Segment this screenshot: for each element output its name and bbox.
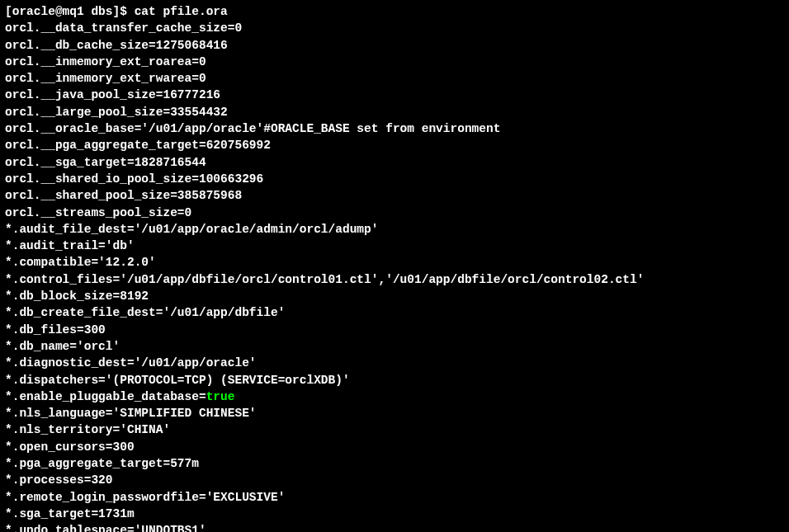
terminal-output-line[interactable]: orcl.__oracle_base='/u01/app/oracle'#ORA… [5, 120, 784, 137]
terminal-output-line[interactable]: orcl.__data_transfer_cache_size=0 [5, 20, 784, 36]
terminal-output-line[interactable]: *.processes=320 [5, 472, 784, 488]
terminal-output-block[interactable]: orcl.__data_transfer_cache_size=0orcl.__… [5, 20, 784, 388]
terminal-output-line[interactable]: *.compatible='12.2.0' [5, 254, 784, 271]
terminal-output-line[interactable]: orcl.__sga_target=1828716544 [5, 154, 784, 171]
terminal-output-line[interactable]: orcl.__pga_aggregate_target=620756992 [5, 137, 784, 153]
terminal-output-line[interactable]: *.db_create_file_dest='/u01/app/dbfile' [5, 304, 784, 321]
terminal-output-line[interactable]: *.audit_file_dest='/u01/app/oracle/admin… [5, 221, 784, 238]
terminal-output-block[interactable]: *.nls_language='SIMPLIFIED CHINESE'*.nls… [5, 405, 784, 532]
terminal-output-line[interactable]: *.dispatchers='(PROTOCOL=TCP) (SERVICE=o… [5, 372, 784, 388]
terminal-output-line[interactable]: *.undo_tablespace='UNDOTBS1' [5, 522, 784, 532]
terminal-output-line[interactable]: orcl.__inmemory_ext_roarea=0 [5, 54, 784, 70]
terminal-output-line[interactable]: *.db_files=300 [5, 322, 784, 338]
param-key: *.enable_pluggable_database= [5, 390, 206, 403]
param-value-true: true [206, 390, 235, 403]
terminal-output-line[interactable]: orcl.__large_pool_size=33554432 [5, 104, 784, 120]
terminal-output-line[interactable]: *.pga_aggregate_target=577m [5, 455, 784, 472]
terminal-output-line[interactable]: *.db_name='orcl' [5, 338, 784, 355]
terminal-prompt-line[interactable]: [oracle@mq1 dbs]$ cat pfile.ora [5, 3, 784, 20]
terminal-output-line[interactable]: *.sga_target=1731m [5, 506, 784, 522]
terminal-output-line[interactable]: *.remote_login_passwordfile='EXCLUSIVE' [5, 489, 784, 506]
terminal-output-line[interactable]: *.nls_territory='CHINA' [5, 421, 784, 438]
terminal-output-line[interactable]: *.audit_trail='db' [5, 238, 784, 254]
terminal-output-line[interactable]: *.nls_language='SIMPLIFIED CHINESE' [5, 405, 784, 421]
terminal-output-line[interactable]: *.control_files='/u01/app/dbfile/orcl/co… [5, 271, 784, 288]
terminal-output-line[interactable]: *.db_block_size=8192 [5, 288, 784, 304]
terminal-output-line[interactable]: orcl.__streams_pool_size=0 [5, 205, 784, 221]
terminal-output-line[interactable]: *.open_cursors=300 [5, 439, 784, 455]
terminal-output-line[interactable]: orcl.__shared_io_pool_size=100663296 [5, 171, 784, 187]
terminal-output-line[interactable]: *.enable_pluggable_database=true [5, 388, 784, 405]
terminal-output-line[interactable]: *.diagnostic_dest='/u01/app/oracle' [5, 355, 784, 371]
terminal-output-line[interactable]: orcl.__shared_pool_size=385875968 [5, 187, 784, 204]
terminal-output-line[interactable]: orcl.__java_pool_size=16777216 [5, 87, 784, 103]
terminal-output-line[interactable]: orcl.__db_cache_size=1275068416 [5, 37, 784, 54]
terminal-output-line[interactable]: orcl.__inmemory_ext_rwarea=0 [5, 70, 784, 87]
